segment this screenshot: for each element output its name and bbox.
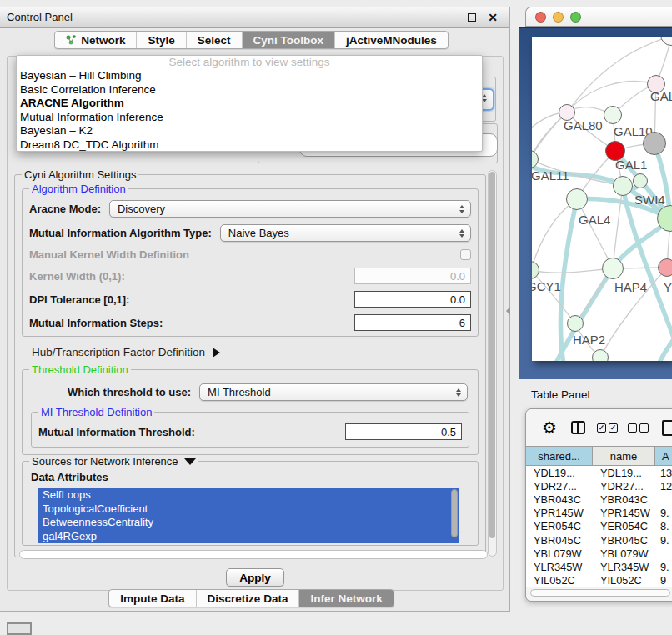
window-title: Control Panel — [7, 11, 73, 23]
table-row-ybl079w[interactable]: YBL079WYBL079W — [526, 547, 672, 560]
apply-button[interactable]: Apply — [226, 568, 284, 587]
hub-definition-expander[interactable]: Hub/Transcription Factor Definition — [32, 346, 475, 358]
kernel-width-field[interactable]: 0.0 — [354, 268, 471, 284]
tab-cyni-toolbox[interactable]: Cyni Toolbox — [243, 32, 336, 48]
cyni-algorithm-settings-group: Cyni Algorithm Settings Algorithm Defini… — [14, 168, 486, 558]
close-traffic-light[interactable] — [535, 12, 546, 22]
tab-discretize-data[interactable]: Discretize Data — [197, 590, 300, 607]
tab-infer-network[interactable]: Infer Network — [299, 590, 393, 607]
minimize-traffic-light[interactable] — [553, 12, 564, 22]
data-attributes-list[interactable]: SelfLoopsTopologicalCoefficientBetweenne… — [38, 488, 459, 543]
table-cell: YER054C — [526, 520, 593, 532]
attribute-item-topologicalcoefficient[interactable]: TopologicalCoefficient — [38, 502, 459, 516]
panel-splitter-handle[interactable] — [506, 307, 510, 315]
table-horizontal-scrollbar[interactable] — [530, 589, 670, 597]
table-row-ybr045c[interactable]: YBR045CYBR045C9. — [526, 533, 672, 547]
table-row-ydr27[interactable]: YDR27...YDR27...12 — [526, 479, 672, 492]
split-columns-icon[interactable] — [571, 421, 585, 434]
network-node-hap2[interactable] — [567, 315, 584, 332]
network-node-y[interactable] — [658, 258, 672, 277]
table-row-ylr345w[interactable]: YLR345WYLR345W9. — [526, 560, 672, 573]
table-panel-title: Table Panel — [519, 382, 672, 406]
stepper-icon — [459, 229, 464, 238]
network-node[interactable] — [613, 176, 633, 196]
algorithm-option-dream8-dc-tdc-algorithm[interactable]: Dream8 DC_TDC Algorithm — [17, 138, 482, 152]
network-node-gal4[interactable] — [566, 188, 588, 210]
algorithm-option-bayesian-hill-climbing[interactable]: Bayesian – Hill Climbing — [17, 69, 482, 83]
dpi-tolerance-field[interactable]: 0.0 — [354, 291, 471, 308]
mi-type-label: Mutual Information Algorithm Type: — [29, 227, 212, 239]
table-cell: YBL079W — [593, 548, 655, 560]
network-canvas[interactable]: GALGAL80GAL10GAL1GAL11SWI4GAL4GCY1HAP4YH… — [532, 38, 672, 361]
attributes-scrollbar[interactable] — [451, 489, 458, 538]
table-cell: YBR045C — [526, 534, 593, 547]
table-row-yer054c[interactable]: YER054CYER054C8. — [526, 520, 672, 533]
checked-box-icon: ✓ — [609, 423, 618, 432]
collapse-down-icon[interactable] — [184, 458, 196, 465]
node-label-y: Y — [664, 280, 672, 294]
tab-impute-data[interactable]: Impute Data — [109, 590, 196, 607]
table-row-ydl19[interactable]: YDL19...YDL19...13 — [526, 466, 672, 479]
mi-type-select[interactable]: Naive Bayes — [220, 224, 471, 242]
tab-select[interactable]: Select — [187, 32, 243, 48]
network-node-gal10[interactable] — [604, 106, 622, 124]
settings-horizontal-scrollbar[interactable] — [19, 550, 488, 559]
top-tab-bar: NetworkStyleSelectCyni ToolboxjActiveMNo… — [0, 31, 503, 49]
algorithm-option-basic-correlation-inference[interactable]: Basic Correlation Inference — [17, 83, 482, 98]
table-row-yil052c[interactable]: YIL052CYIL052C9 — [526, 574, 672, 588]
network-node-hap4[interactable] — [602, 258, 624, 279]
mi-threshold-title: MI Threshold Definition — [38, 406, 154, 418]
table-cell: 13 — [655, 467, 672, 479]
table-cell: YER054C — [593, 520, 655, 532]
column-header-a[interactable]: A — [655, 447, 672, 465]
tab-label: jActiveMNodules — [346, 34, 437, 47]
node-label-gcy1: GCY1 — [532, 279, 561, 293]
column-header-shared[interactable]: shared... — [526, 447, 593, 465]
select-all-checks-icon[interactable]: ✓ ✓ — [597, 423, 618, 432]
which-threshold-select[interactable]: MI Threshold — [199, 383, 468, 401]
mi-threshold-field[interactable]: 0.5 — [345, 423, 462, 440]
node-label-gal1: GAL1 — [615, 158, 647, 172]
network-node[interactable] — [643, 132, 666, 155]
mi-steps-field[interactable]: 6 — [354, 314, 471, 331]
node-label-gal11: GAL11 — [532, 168, 569, 182]
attribute-item-gal4rgexp[interactable]: gal4RGexp — [38, 529, 459, 543]
deselect-checks-icon[interactable] — [628, 423, 649, 432]
tab-style[interactable]: Style — [137, 32, 186, 48]
expand-right-icon[interactable] — [213, 348, 220, 358]
network-node[interactable] — [592, 349, 609, 361]
column-header-name[interactable]: name — [593, 447, 655, 465]
node-label-gal80: GAL80 — [564, 118, 603, 132]
aracne-mode-select[interactable]: Discovery — [109, 200, 471, 218]
table-row-ybr043c[interactable]: YBR043CYBR043C — [526, 492, 672, 506]
attribute-item-betweennesscentrality[interactable]: BetweennessCentrality — [38, 515, 459, 529]
partial-button[interactable] — [7, 622, 32, 635]
algorithm-option-aracne-algorithm[interactable]: ARACNE Algorithm — [17, 97, 482, 111]
float-window-icon[interactable] — [468, 13, 476, 22]
tab-label: Network — [81, 34, 125, 47]
close-window-icon[interactable]: ✕ — [488, 12, 498, 23]
network-node-swi4[interactable] — [633, 173, 648, 188]
algorithm-option-mutual-information-inference[interactable]: Mutual Information Inference — [17, 111, 482, 125]
table-row-ypr145w[interactable]: YPR145WYPR145W9. — [526, 507, 672, 520]
algorithm-option-bayesian-k2[interactable]: Bayesian – K2 — [17, 124, 482, 138]
zoom-traffic-light[interactable] — [570, 12, 581, 22]
document-icon[interactable] — [662, 420, 672, 436]
node-label-hap4: HAP4 — [614, 280, 647, 294]
table-cell: YIL052C — [593, 574, 655, 587]
kernel-width-label: Kernel Width (0,1): — [29, 270, 125, 282]
sources-group: Sources for Network Inference Data Attri… — [22, 455, 479, 546]
dpi-tolerance-label: DPI Tolerance [0,1]: — [29, 293, 129, 306]
table-cell: YDL19... — [526, 467, 593, 479]
attribute-item-selfloops[interactable]: SelfLoops — [38, 488, 459, 502]
settings-gear-icon[interactable]: ⚙ — [542, 419, 557, 436]
stepper-icon — [459, 205, 464, 213]
network-window-titlebar[interactable] — [525, 7, 672, 27]
settings-vertical-scrollbar[interactable] — [488, 170, 497, 557]
tab-network[interactable]: Network — [55, 32, 137, 48]
tab-jactivemnodules[interactable]: jActiveMNodules — [335, 32, 448, 48]
manual-kernel-checkbox[interactable] — [460, 249, 471, 260]
checked-box-icon: ✓ — [597, 423, 606, 432]
tab-label: Infer Network — [310, 592, 382, 605]
data-attributes-label: Data Attributes — [31, 471, 471, 483]
